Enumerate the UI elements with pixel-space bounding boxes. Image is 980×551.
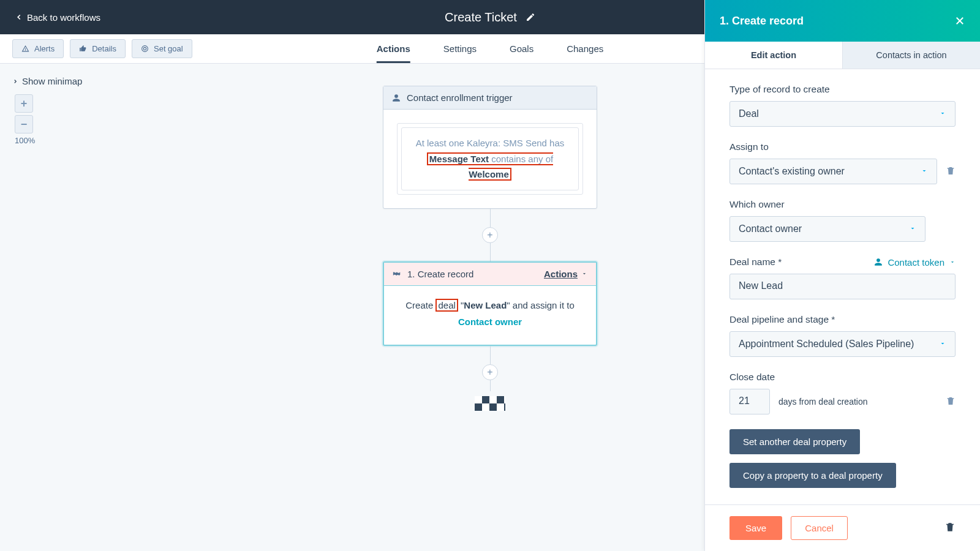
tab-contacts-in-action[interactable]: Contacts in action	[843, 42, 980, 69]
handshake-icon	[393, 269, 401, 278]
panel-header: 1. Create record	[705, 0, 980, 42]
caret-down-icon	[581, 271, 587, 277]
tab-actions[interactable]: Actions	[377, 35, 410, 63]
finish-flag-icon	[475, 396, 505, 411]
back-label: Back to workflows	[27, 12, 100, 23]
alerts-label: Alerts	[34, 44, 55, 53]
person-icon	[874, 258, 883, 266]
set-another-property-button[interactable]: Set another deal property	[729, 429, 860, 454]
zoom-in-button[interactable]: +	[15, 94, 33, 113]
alerts-button[interactable]: Alerts	[12, 39, 64, 58]
record-type-value: Deal	[739, 108, 759, 119]
step-desc-prefix: Create	[405, 300, 433, 310]
record-type-select[interactable]: Deal	[729, 101, 956, 127]
workflow-flow: Contact enrollment trigger At least one …	[383, 86, 597, 411]
field-close-date: Close date 21 days from deal creation	[729, 372, 956, 414]
set-goal-label: Set goal	[154, 44, 183, 53]
close-days-input[interactable]: 21	[729, 389, 770, 414]
cancel-button[interactable]: Cancel	[791, 516, 848, 540]
tab-goals[interactable]: Goals	[510, 35, 533, 63]
panel-title: 1. Create record	[720, 15, 804, 28]
field-assign-to: Assign to Contact's existing owner	[729, 141, 956, 184]
step-desc-assign: and assign it to	[513, 300, 575, 310]
save-button[interactable]: Save	[729, 516, 782, 540]
field-which-owner: Which owner Contact owner	[729, 199, 956, 242]
alert-icon	[21, 45, 29, 53]
record-type-label: Type of record to create	[729, 84, 956, 95]
which-owner-label: Which owner	[729, 199, 956, 210]
step-deal-name: New Lead	[464, 300, 507, 310]
deal-name-value: New Lead	[739, 280, 783, 291]
trash-icon	[944, 521, 956, 533]
assign-to-value: Contact's existing owner	[739, 166, 845, 177]
panel-tabs: Edit action Contacts in action	[705, 42, 980, 69]
caret-down-icon	[939, 340, 946, 347]
clear-close-date-button[interactable]	[946, 395, 956, 408]
zoom-out-button[interactable]: −	[15, 115, 33, 133]
target-icon	[141, 45, 149, 53]
clear-assign-button[interactable]	[946, 165, 956, 178]
add-step-button[interactable]: +	[482, 364, 498, 380]
chevron-left-icon	[15, 13, 23, 21]
contact-token-label: Contact token	[888, 257, 944, 268]
trash-icon	[946, 395, 956, 407]
step-body: Create deal "New Lead" and assign it to …	[384, 286, 596, 345]
trigger-header: Contact enrollment trigger	[383, 86, 597, 110]
quote-close: "	[507, 300, 513, 310]
field-record-type: Type of record to create Deal	[729, 84, 956, 127]
connector-line	[490, 209, 491, 227]
details-label: Details	[92, 44, 116, 53]
page-title-wrap: Create Ticket	[445, 10, 535, 24]
caret-down-icon	[921, 167, 928, 174]
trigger-title: Contact enrollment trigger	[407, 92, 513, 103]
back-to-workflows-link[interactable]: Back to workflows	[15, 12, 100, 23]
contact-token-link[interactable]: Contact token	[874, 257, 956, 268]
which-owner-value: Contact owner	[739, 223, 802, 234]
details-button[interactable]: Details	[70, 39, 126, 58]
add-step-button[interactable]: +	[482, 227, 498, 243]
step-actions-menu[interactable]: Actions	[544, 269, 587, 279]
which-owner-select[interactable]: Contact owner	[729, 216, 925, 242]
panel-body: Type of record to create Deal Assign to …	[705, 69, 980, 504]
tab-changes[interactable]: Changes	[567, 35, 603, 63]
deal-name-input[interactable]: New Lead	[729, 274, 956, 299]
zoom-level: 100%	[15, 136, 33, 145]
close-icon[interactable]	[954, 15, 965, 26]
close-date-label: Close date	[729, 372, 956, 383]
thumbs-up-icon	[79, 45, 87, 53]
pipeline-select[interactable]: Appointment Scheduled (Sales Pipeline)	[729, 331, 956, 357]
toolbar-left: Alerts Details Set goal	[12, 39, 192, 58]
trigger-value: Welcome	[469, 169, 509, 179]
edit-icon[interactable]	[526, 12, 535, 22]
assign-to-select[interactable]: Contact's existing owner	[729, 159, 937, 184]
trigger-operator: contains any of	[491, 154, 553, 164]
tab-edit-action[interactable]: Edit action	[705, 42, 843, 69]
person-icon	[392, 94, 401, 102]
trigger-body: At least one Kaleyra: SMS Send has Messa…	[383, 110, 597, 208]
pipeline-label: Deal pipeline and stage *	[729, 314, 956, 325]
zoom-controls: + − 100%	[15, 94, 33, 145]
set-goal-button[interactable]: Set goal	[132, 39, 192, 58]
side-panel: 1. Create record Edit action Contacts in…	[704, 0, 980, 551]
show-minimap-button[interactable]: Show minimap	[12, 76, 82, 86]
caret-down-icon	[949, 259, 956, 265]
step-title: 1. Create record	[407, 269, 473, 279]
show-minimap-label: Show minimap	[22, 76, 82, 86]
chevron-right-icon	[12, 78, 18, 84]
delete-action-button[interactable]	[944, 521, 956, 535]
quote-open: "	[458, 300, 464, 310]
tab-settings[interactable]: Settings	[443, 35, 477, 63]
panel-footer: Save Cancel	[705, 504, 980, 551]
close-days-value: 21	[739, 395, 750, 406]
trigger-card[interactable]: Contact enrollment trigger At least one …	[383, 86, 597, 209]
connector-line	[490, 346, 491, 364]
step-desc-owner: Contact owner	[458, 317, 522, 327]
page-title: Create Ticket	[445, 10, 517, 24]
main-tabs: Actions Settings Goals Changes	[377, 35, 603, 63]
trigger-condition: At least one Kaleyra: SMS Send has Messa…	[401, 127, 579, 190]
close-days-suffix: days from deal creation	[778, 397, 937, 407]
connector-line	[490, 380, 491, 391]
step-desc-deal: deal	[435, 299, 458, 312]
step-1-card[interactable]: 1. Create record Actions Create deal "Ne…	[383, 261, 597, 346]
copy-property-button[interactable]: Copy a property to a deal property	[729, 463, 896, 488]
